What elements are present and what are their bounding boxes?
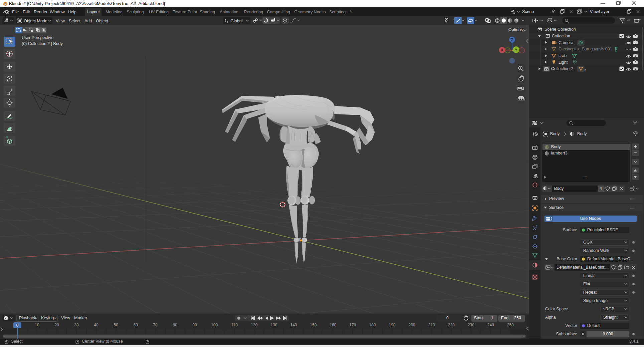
- svg-text:X: X: [501, 48, 503, 52]
- svg-text:Z: Z: [511, 38, 513, 42]
- svg-text:Y: Y: [515, 48, 517, 52]
